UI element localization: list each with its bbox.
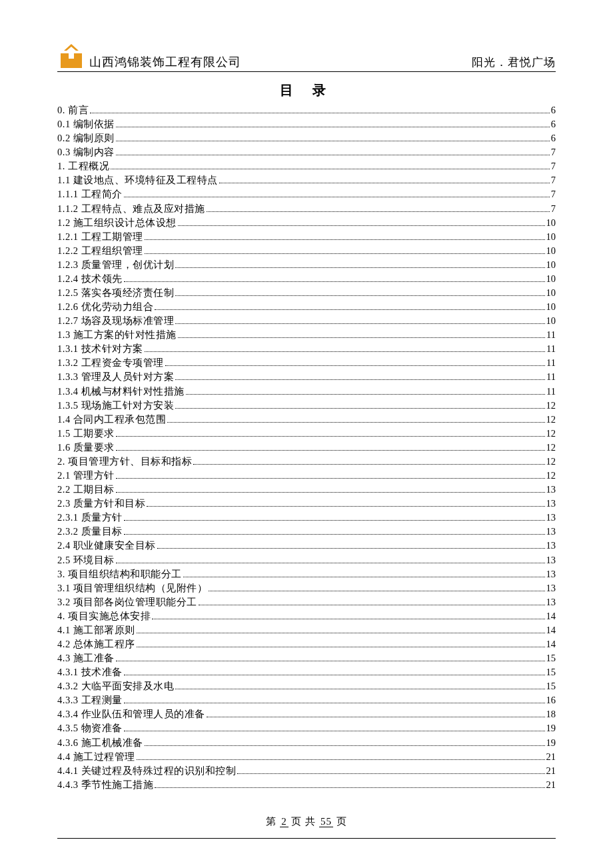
- toc-entry-label: 4.3.2 大临平面安排及水电: [57, 679, 174, 693]
- toc-row: 3.1 项目管理组织结构（见附件）13: [57, 581, 556, 595]
- page-footer: 第 2 页 共 55 页: [0, 815, 613, 828]
- toc-leader-dots: [124, 197, 550, 197]
- toc-entry-label: 2. 项目管理方针、目标和指标: [57, 455, 192, 469]
- toc-row: 1.1 建设地点、环境特征及工程特点7: [57, 173, 556, 187]
- toc-entry-label: 2.4 职业健康安全目标: [57, 539, 156, 553]
- toc-leader-dots: [175, 323, 544, 324]
- toc-entry-label: 1.3 施工方案的针对性措施: [57, 328, 177, 342]
- toc-entry-page: 7: [551, 159, 556, 173]
- toc-entry-page: 11: [546, 356, 556, 370]
- toc-leader-dots: [124, 534, 545, 535]
- toc-leader-dots: [111, 169, 550, 169]
- toc-entry-label: 1.2.5 落实各项经济责任制: [57, 286, 174, 300]
- toc-row: 2.2 工期目标13: [57, 483, 556, 497]
- project-name: 阳光．君悦广场: [472, 55, 556, 70]
- toc-row: 3.2 项目部各岗位管理职能分工13: [57, 595, 556, 609]
- toc-entry-label: 3. 项目组织结构和职能分工: [57, 567, 182, 581]
- toc-leader-dots: [124, 731, 545, 731]
- toc-entry-label: 1.2.2 工程组织管理: [57, 244, 143, 258]
- toc-leader-dots: [145, 745, 545, 746]
- toc-entry-page: 10: [546, 230, 556, 244]
- toc-leader-dots: [167, 422, 544, 423]
- toc-row: 4.3.3 工程测量16: [57, 693, 556, 707]
- toc-entry-page: 12: [546, 455, 556, 469]
- toc-entry-page: 13: [546, 511, 556, 525]
- toc-leader-dots: [147, 506, 544, 507]
- toc-row: 4.2 总体施工程序14: [57, 637, 556, 651]
- toc-entry-label: 4.4 施工过程管理: [57, 750, 135, 764]
- toc-leader-dots: [137, 633, 545, 633]
- toc-leader-dots: [145, 239, 545, 240]
- toc-leader-dots: [237, 773, 544, 774]
- toc-row: 1.3.1 技术针对方案11: [57, 342, 556, 356]
- toc-entry-label: 1.3.2 工程资金专项管理: [57, 356, 164, 370]
- toc-entry-page: 12: [546, 441, 556, 455]
- toc-row: 2. 项目管理方针、目标和指标12: [57, 455, 556, 469]
- toc-entry-label: 0.1 编制依据: [57, 117, 115, 131]
- toc-entry-page: 14: [546, 623, 556, 637]
- toc-entry-page: 11: [546, 342, 556, 356]
- svg-marker-0: [64, 44, 79, 51]
- toc-entry-label: 4.4.3 季节性施工措施: [57, 778, 153, 792]
- toc-entry-page: 12: [546, 399, 556, 413]
- toc-leader-dots: [116, 478, 545, 479]
- toc-entry-label: 1.3.4 机械与材料针对性措施: [57, 385, 185, 399]
- footer-total-pages: 55: [319, 816, 333, 827]
- toc-row: 1.3.4 机械与材料针对性措施11: [57, 385, 556, 399]
- toc-entry-page: 10: [546, 244, 556, 258]
- toc-entry-label: 3.2 项目部各岗位管理职能分工: [57, 595, 197, 609]
- toc-leader-dots: [178, 337, 545, 338]
- toc-entry-page: 15: [546, 651, 556, 665]
- toc-entry-page: 7: [551, 187, 556, 201]
- toc-entry-page: 16: [546, 693, 556, 707]
- toc-row: 0.2 编制原则6: [57, 131, 556, 145]
- toc-leader-dots: [116, 155, 550, 155]
- toc-leader-dots: [219, 183, 550, 183]
- footer-mid: 页 共: [291, 816, 316, 827]
- svg-rect-2: [74, 53, 82, 68]
- toc-leader-dots: [124, 703, 545, 703]
- toc-entry-page: 10: [546, 272, 556, 286]
- toc-row: 1.1.2 工程特点、难点及应对措施7: [57, 202, 556, 216]
- toc-leader-dots: [116, 436, 545, 437]
- toc-leader-dots: [209, 591, 544, 591]
- toc-row: 4.4.1 关键过程及特殊过程的识别和控制21: [57, 764, 556, 778]
- toc-leader-dots: [157, 548, 545, 549]
- toc-entry-page: 12: [546, 413, 556, 427]
- toc-leader-dots: [124, 281, 545, 282]
- toc-entry-label: 4.4.1 关键过程及特殊过程的识别和控制: [57, 764, 236, 778]
- toc-entry-page: 21: [546, 750, 556, 764]
- toc-entry-page: 13: [546, 539, 556, 553]
- toc-row: 4.3.1 技术准备15: [57, 665, 556, 679]
- toc-entry-page: 10: [546, 216, 556, 230]
- toc-entry-page: 13: [546, 581, 556, 595]
- toc-entry-label: 1.3.3 管理及人员针对方案: [57, 370, 174, 384]
- toc-entry-label: 2.1 管理方针: [57, 469, 115, 483]
- toc-leader-dots: [199, 605, 545, 605]
- toc-entry-label: 4.3 施工准备: [57, 651, 115, 665]
- toc-entry-page: 18: [546, 707, 556, 721]
- toc-row: 4.4 施工过程管理21: [57, 750, 556, 764]
- toc-leader-dots: [137, 647, 545, 647]
- toc-entry-page: 11: [546, 370, 556, 384]
- svg-rect-1: [61, 53, 69, 68]
- toc-entry-label: 1.2.7 场容及现场标准管理: [57, 314, 174, 328]
- toc-entry-page: 7: [551, 202, 556, 216]
- toc-row: 1.2.1 工程工期管理10: [57, 230, 556, 244]
- toc-row: 1.3 施工方案的针对性措施11: [57, 328, 556, 342]
- toc-row: 1. 工程概况7: [57, 159, 556, 173]
- toc-entry-label: 1. 工程概况: [57, 159, 109, 173]
- toc-leader-dots: [116, 127, 550, 127]
- toc-row: 1.1.1 工程简介7: [57, 187, 556, 201]
- toc-entry-label: 1.2.4 技术领先: [57, 272, 123, 286]
- header-left-group: 山西鸿锦装饰工程有限公司: [57, 44, 241, 70]
- toc-row: 1.3.3 管理及人员针对方案11: [57, 370, 556, 384]
- toc-entry-page: 10: [546, 258, 556, 272]
- toc-entry-page: 10: [546, 300, 556, 314]
- toc-leader-dots: [152, 619, 545, 619]
- toc-entry-label: 4.3.4 作业队伍和管理人员的准备: [57, 707, 205, 721]
- toc-entry-page: 13: [546, 595, 556, 609]
- toc-entry-label: 0.3 编制内容: [57, 145, 115, 159]
- toc-leader-dots: [175, 295, 544, 296]
- toc-entry-page: 6: [551, 117, 556, 131]
